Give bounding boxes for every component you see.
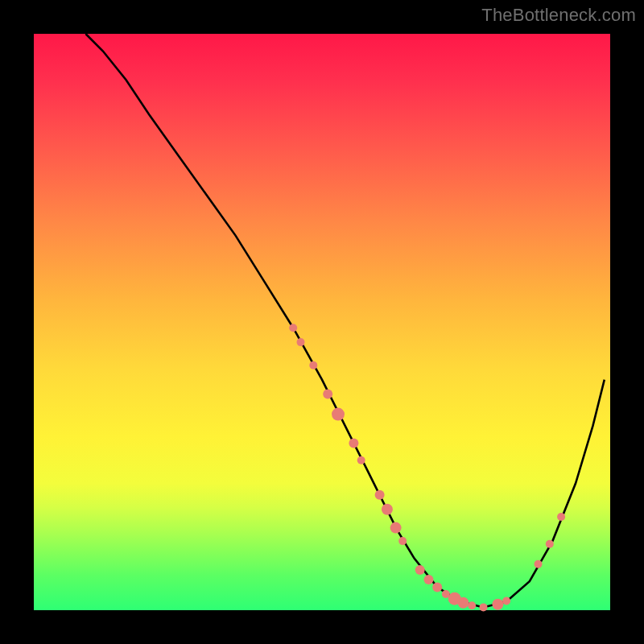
data-marker	[289, 324, 297, 332]
data-markers	[289, 324, 565, 611]
data-marker	[492, 599, 503, 610]
data-marker	[332, 408, 345, 421]
data-marker	[375, 490, 385, 500]
watermark-text: TheBottleneck.com	[481, 5, 636, 26]
data-marker	[398, 537, 407, 545]
data-marker	[502, 597, 510, 605]
data-marker	[390, 522, 402, 534]
data-marker	[323, 390, 332, 399]
data-marker	[457, 597, 469, 609]
data-marker	[468, 601, 476, 609]
data-marker	[546, 540, 554, 548]
data-marker	[309, 361, 317, 369]
data-marker	[535, 560, 543, 568]
curve-line	[85, 34, 604, 607]
data-marker	[432, 582, 442, 592]
data-marker	[424, 575, 434, 584]
data-marker	[357, 456, 365, 464]
data-marker	[557, 513, 565, 521]
data-marker	[382, 504, 393, 515]
data-marker	[480, 603, 488, 611]
bottleneck-chart	[34, 34, 610, 610]
data-marker	[349, 438, 358, 448]
data-marker	[415, 565, 425, 575]
data-marker	[297, 338, 305, 346]
chart-frame: TheBottleneck.com	[0, 0, 644, 644]
